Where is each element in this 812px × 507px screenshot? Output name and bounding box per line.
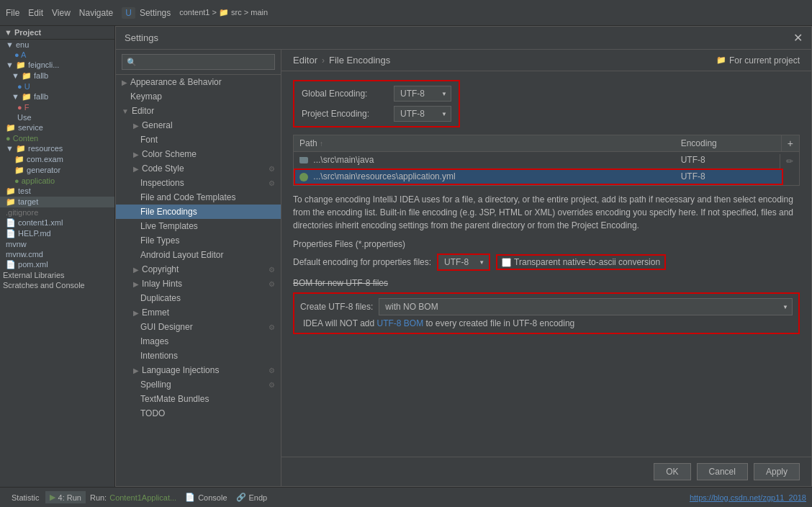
breadcrumb-current: File Encodings	[329, 55, 390, 66]
breadcrumb-sep: ›	[322, 55, 325, 66]
bom-note-highlight: UTF-8 BOM	[376, 318, 423, 328]
tree-item[interactable]: External Libraries	[0, 270, 114, 280]
nav-item-color-scheme[interactable]: ▶ Color Scheme	[116, 147, 281, 161]
table-row-encoding: UTF-8	[675, 152, 783, 169]
lang-inject-icon: ⚙	[269, 367, 275, 374]
table-edit-button[interactable]: ✏	[780, 154, 799, 169]
dialog-title: Settings	[125, 32, 158, 43]
nav-item-inspections[interactable]: Inspections ⚙	[116, 176, 281, 190]
nav-item-gui-designer[interactable]: GUI Designer ⚙	[116, 320, 281, 334]
menu-edit[interactable]: Edit	[28, 8, 43, 18]
table-row[interactable]: ...\src\main\java UTF-8	[294, 152, 783, 169]
tree-item[interactable]: ● applicatio	[0, 176, 114, 186]
bom-create-select[interactable]: with NO BOM	[379, 298, 793, 315]
tree-item[interactable]: 📁 test	[0, 186, 114, 197]
properties-section-title: Properties Files (*.properties)	[293, 239, 800, 249]
tree-item[interactable]: ▼ enu	[0, 40, 114, 50]
settings-search-input[interactable]	[122, 54, 275, 70]
nav-item-images[interactable]: Images	[116, 334, 281, 349]
nav-item-intentions[interactable]: Intentions	[116, 349, 281, 363]
for-project-button[interactable]: 📁 For current project	[716, 55, 800, 66]
transparent-checkbox[interactable]	[502, 258, 511, 267]
tree-item[interactable]: ▼ 📁 resources	[0, 143, 114, 154]
sort-arrow-icon: ↑	[320, 140, 323, 148]
apply-button[interactable]: Apply	[754, 463, 800, 480]
nav-item-code-style[interactable]: ▶ Code Style ⚙	[116, 161, 281, 176]
menu-navigate[interactable]: Navigate	[79, 8, 113, 18]
transparent-checkbox-wrap[interactable]: Transparent native-to-ascii conversion	[496, 254, 666, 270]
bottom-console[interactable]: 📄 Console	[181, 491, 231, 503]
tree-item[interactable]: ● U	[0, 81, 114, 91]
ide-logo: U	[122, 7, 135, 19]
nav-item-android-layout[interactable]: Android Layout Editor	[116, 248, 281, 262]
run-tab-label: 4: Run	[58, 493, 81, 502]
nav-item-editor[interactable]: ▼ Editor	[116, 104, 281, 118]
nav-item-duplicates[interactable]: Duplicates	[116, 291, 281, 305]
bottom-endpoint[interactable]: 🔗 Endp	[232, 491, 272, 503]
tree-item[interactable]: Use	[0, 112, 114, 122]
dialog-close-button[interactable]: ✕	[793, 31, 803, 45]
bottom-run-tab[interactable]: ▶ 4: Run	[45, 491, 86, 503]
bottom-url[interactable]: https://blog.csdn.net/zgp11_2018	[690, 493, 806, 502]
tree-item[interactable]: mvnw	[0, 239, 114, 249]
nav-item-file-encodings[interactable]: File Encodings	[116, 205, 281, 219]
nav-item-inlay-hints[interactable]: ▶ Inlay Hints ⚙	[116, 277, 281, 291]
menu-file[interactable]: File	[6, 8, 19, 18]
nav-item-textmate[interactable]: TextMate Bundles	[116, 392, 281, 406]
nav-item-language-injections[interactable]: ▶ Language Injections ⚙	[116, 363, 281, 377]
table-row-selected[interactable]: ...\src\main\resources\application.yml U…	[294, 169, 783, 185]
folder-icon	[299, 157, 308, 163]
bottom-run-label[interactable]: Run: Content1Applicat...	[86, 492, 181, 503]
table-add-button[interactable]: +	[781, 135, 799, 152]
project-encoding-select[interactable]: UTF-8	[394, 106, 451, 122]
properties-encoding-select[interactable]: UTF-8	[438, 255, 489, 269]
app-name: Content1Applicat...	[109, 493, 176, 502]
menu-view[interactable]: View	[52, 8, 71, 18]
col-encoding-header: Encoding	[675, 135, 783, 152]
tree-item[interactable]: mvnw.cmd	[0, 249, 114, 259]
tree-item[interactable]: 📄 pom.xml	[0, 259, 114, 270]
tree-item[interactable]: ▼ 📁 feigncli...	[0, 60, 114, 71]
bottom-statistic[interactable]: Statistic	[6, 492, 45, 503]
nav-item-keymap[interactable]: Keymap	[116, 89, 281, 104]
nav-item-file-types[interactable]: File Types	[116, 233, 281, 248]
bom-note-suffix: to every created file in UTF-8 encoding	[426, 318, 575, 328]
tree-item[interactable]: Scratches and Console	[0, 280, 114, 290]
nav-item-file-code-templates[interactable]: File and Code Templates	[116, 190, 281, 205]
global-encoding-select-wrap: UTF-8 ▼	[394, 86, 451, 102]
project-label: ▼ Project	[4, 28, 41, 37]
tree-item[interactable]: ▼ 📁 fallb	[0, 71, 114, 81]
nav-item-live-templates[interactable]: Live Templates	[116, 219, 281, 233]
nav-item-appearance[interactable]: ▶ Appearance & Behavior	[116, 75, 281, 89]
tree-item[interactable]: ▼ 📁 fallb	[0, 91, 114, 102]
project-encoding-select-wrap: UTF-8 ▼	[394, 106, 451, 122]
console-icon: 📄	[185, 493, 195, 502]
tree-item[interactable]: 📁 service	[0, 122, 114, 133]
nav-item-font[interactable]: Font	[116, 133, 281, 147]
tree-item[interactable]: 📁 generator	[0, 165, 114, 176]
tree-item[interactable]: 📄 HELP.md	[0, 228, 114, 239]
tree-item[interactable]: 📁 target	[0, 197, 114, 207]
tree-item[interactable]: ● A	[0, 50, 114, 60]
cancel-button[interactable]: Cancel	[697, 463, 748, 480]
gui-designer-icon: ⚙	[269, 323, 275, 331]
nav-item-spelling[interactable]: Spelling ⚙	[116, 377, 281, 392]
nav-item-general[interactable]: ▶ General	[116, 118, 281, 133]
tree-item[interactable]: .gitignore	[0, 207, 114, 217]
ok-button[interactable]: OK	[654, 463, 690, 480]
table-row-path: ...\src\main\java	[313, 155, 374, 165]
tree-item[interactable]: 📄 content1.xml	[0, 217, 114, 228]
properties-section: Properties Files (*.properties) Default …	[293, 239, 800, 271]
tree-item[interactable]: 📁 com.exam	[0, 154, 114, 165]
code-style-icon: ⚙	[269, 165, 275, 173]
nav-item-todo[interactable]: TODO	[116, 406, 281, 421]
global-encoding-select[interactable]: UTF-8	[394, 86, 451, 102]
nav-item-emmet[interactable]: ▶ Emmet	[116, 305, 281, 320]
tree-item[interactable]: ● F	[0, 102, 114, 112]
table-row2-encoding: UTF-8	[675, 169, 783, 185]
ide-window-title: Settings	[140, 8, 171, 18]
bom-create-label: Create UTF-8 files:	[300, 302, 373, 312]
nav-file-code-templates-label: File and Code Templates	[140, 192, 236, 202]
tree-item[interactable]: ● Conten	[0, 133, 114, 143]
nav-item-copyright[interactable]: ▶ Copyright ⚙	[116, 262, 281, 277]
